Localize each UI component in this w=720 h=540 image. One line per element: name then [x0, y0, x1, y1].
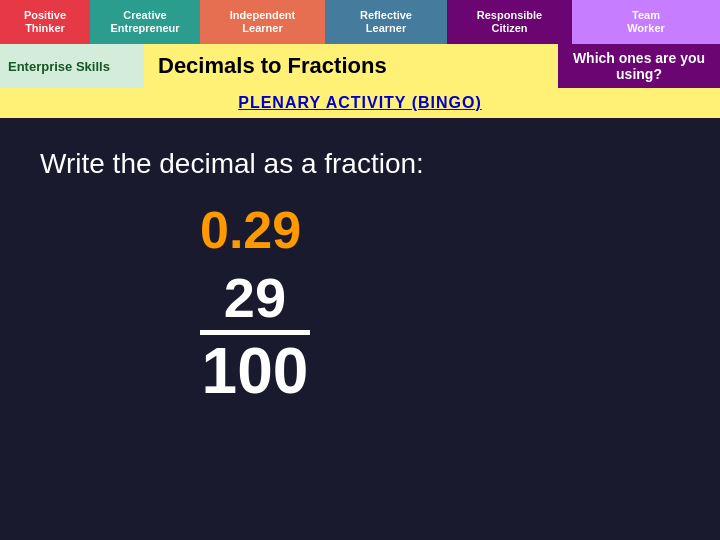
skill-positive-thinker-label: PositiveThinker — [24, 9, 66, 35]
skill-creative-entrepreneur[interactable]: CreativeEntrepreneur — [90, 0, 200, 44]
skill-responsible-citizen[interactable]: ResponsibleCitizen — [447, 0, 572, 44]
fraction-numerator: 29 — [224, 270, 286, 326]
skill-team-worker-label: TeamWorker — [627, 9, 665, 35]
skill-bar: PositiveThinker CreativeEntrepreneur Ind… — [0, 0, 720, 44]
skill-creative-entrepreneur-label: CreativeEntrepreneur — [110, 9, 179, 35]
plenary-text: PLENARY ACTIVITY (BINGO) — [238, 94, 482, 111]
plenary-row: PLENARY ACTIVITY (BINGO) — [0, 88, 720, 118]
main-content: Write the decimal as a fraction: 0.29 29… — [0, 118, 720, 534]
skill-team-worker[interactable]: TeamWorker — [572, 0, 720, 44]
skill-reflective-learner[interactable]: ReflectiveLearner — [325, 0, 447, 44]
skill-responsible-citizen-label: ResponsibleCitizen — [477, 9, 542, 35]
skill-independent-learner-label: IndependentLearner — [230, 9, 295, 35]
fraction-denominator: 100 — [202, 339, 309, 403]
enterprise-skill-label: Enterprise Skills — [0, 44, 144, 88]
second-row: Enterprise Skills Decimals to Fractions … — [0, 44, 720, 88]
which-ones-label: Which ones are you using? — [558, 44, 720, 88]
instruction-text: Write the decimal as a fraction: — [40, 148, 424, 180]
skill-independent-learner[interactable]: IndependentLearner — [200, 0, 325, 44]
skill-positive-thinker[interactable]: PositiveThinker — [0, 0, 90, 44]
decimal-display: 0.29 — [200, 200, 301, 260]
skill-reflective-learner-label: ReflectiveLearner — [360, 9, 412, 35]
fraction-display: 29 100 — [200, 270, 310, 403]
lesson-title: Decimals to Fractions — [144, 44, 558, 88]
